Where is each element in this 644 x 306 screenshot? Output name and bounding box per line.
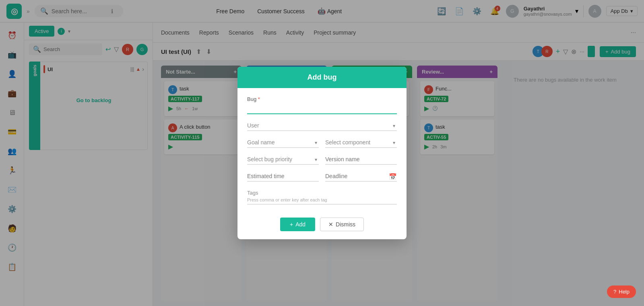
- version-name-input[interactable]: [325, 154, 397, 165]
- bug-priority-wrapper: Select bug priority: [247, 154, 319, 165]
- goal-component-row: Goal name Select component: [247, 138, 397, 148]
- add-plus-icon: +: [290, 221, 293, 228]
- dismiss-x-icon: ✕: [328, 221, 333, 228]
- tags-hint: Press comma or enter key after each tag: [247, 197, 397, 202]
- help-label: Help: [619, 289, 630, 295]
- add-bug-modal: Add bug Bug * User: [237, 67, 407, 239]
- select-component-select[interactable]: Select component: [325, 138, 397, 148]
- tags-area: Tags Press comma or enter key after each…: [247, 188, 397, 205]
- version-name-group: [325, 154, 397, 165]
- deadline-input[interactable]: [325, 171, 397, 182]
- select-component-wrapper: Select component: [325, 138, 397, 148]
- user-select[interactable]: User: [247, 121, 397, 131]
- modal-add-button[interactable]: + Add: [280, 218, 315, 231]
- add-button-label: Add: [295, 221, 305, 228]
- modal-header: Add bug: [237, 67, 407, 88]
- priority-version-row: Select bug priority: [247, 154, 397, 165]
- modal-footer: + Add ✕ Dismiss: [237, 213, 407, 239]
- help-question-icon: ?: [613, 289, 616, 295]
- help-button[interactable]: ? Help: [607, 285, 636, 298]
- user-field-group: User: [247, 121, 397, 131]
- bug-input[interactable]: [247, 104, 397, 114]
- modal-body: Bug * User Goal name: [237, 88, 407, 213]
- bug-priority-select[interactable]: Select bug priority: [247, 154, 319, 165]
- bug-field-group: Bug *: [247, 96, 397, 114]
- goal-name-select[interactable]: Goal name: [247, 138, 319, 148]
- estimated-time-group: [247, 171, 319, 182]
- goal-name-wrapper: Goal name: [247, 138, 319, 148]
- estimated-time-input[interactable]: [247, 171, 319, 182]
- calendar-picker-icon[interactable]: 📅: [389, 173, 397, 181]
- bug-label: Bug *: [247, 96, 397, 102]
- dismiss-button-label: Dismiss: [336, 221, 355, 228]
- user-select-wrapper: User: [247, 121, 397, 131]
- modal-overlay: Add bug Bug * User: [0, 0, 644, 306]
- time-deadline-row: 📅: [247, 171, 397, 182]
- deadline-group: 📅: [325, 171, 397, 182]
- modal-dismiss-button[interactable]: ✕ Dismiss: [320, 218, 364, 231]
- tags-label: Tags: [247, 190, 397, 196]
- bug-required-asterisk: *: [258, 96, 260, 102]
- modal-title: Add bug: [308, 73, 337, 81]
